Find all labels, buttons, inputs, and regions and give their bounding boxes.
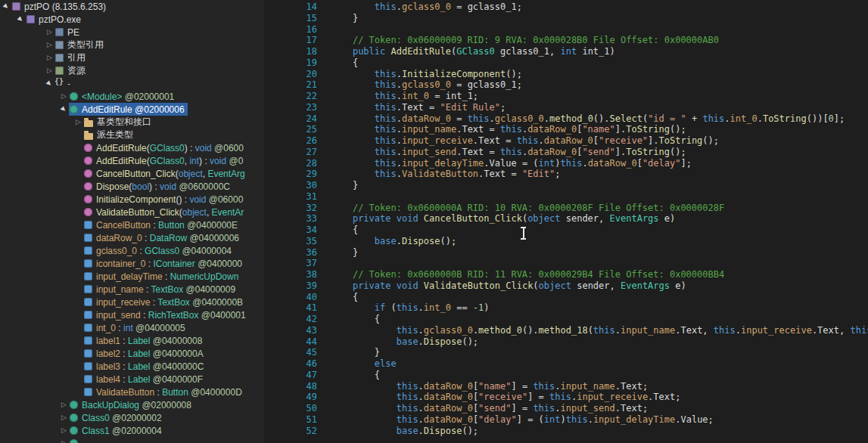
code-line-25[interactable]: 25 this.input_name.Text = this.dataRow_0… (264, 124, 868, 135)
tree-item-validatebutton-click[interactable]: ValidateButton_Click(object, EventAr (0, 206, 264, 218)
code-line-42[interactable]: 42 { (264, 314, 868, 325)
tree-item-label2[interactable]: label2 : Label @0400000A (0, 347, 264, 360)
code-line-18[interactable]: 18 public AddEditRule(GClass0 gclass0_1,… (264, 46, 868, 57)
tree-item-label1[interactable]: label1 : Label @04000008 (0, 334, 264, 347)
tree-item-item[interactable] (0, 437, 264, 443)
code-line-23[interactable]: 23 this.Text = "Edit Rule"; (264, 102, 868, 113)
code-line-50[interactable]: 50 this.dataRow_0["send"] = this.input_s… (264, 403, 868, 414)
line-number: 21 (264, 79, 317, 91)
tree-item-label4[interactable]: label4 : Label @0400000F (0, 373, 264, 386)
tree-item-class1[interactable]: Class1 @02000004 (0, 424, 264, 437)
code-line-48[interactable]: 48 this.dataRow_0["name"] = this.input_n… (264, 381, 868, 392)
tree-item-validatebutton[interactable]: ValidateButton : Button @0400000D (0, 386, 264, 398)
tree-item-initializecomponent[interactable]: InitializeComponent() : void @06000 (0, 193, 264, 206)
line-number: 20 (264, 69, 317, 80)
tree-item-cancelbutton-click[interactable]: CancelButton_Click(object, EventArg (0, 167, 264, 180)
tree-item-pe[interactable]: PE (0, 26, 264, 39)
tree-item-input-name[interactable]: input_name : TextBox @04000009 (0, 283, 264, 296)
tree-item-item[interactable]: - (0, 77, 264, 90)
code-line-24[interactable]: 24 this.dataRow_0 = this.gclass0_0.metho… (264, 113, 868, 125)
tree-item-item[interactable]: 资源 (0, 64, 264, 77)
code-line-28[interactable]: 28 this.input_delayTime.Value = (int)thi… (264, 158, 868, 169)
tree-item-addeditrule[interactable]: AddEditRule @02000006 (0, 103, 264, 116)
tree-item-label3[interactable]: label3 : Label @0400000C (0, 360, 264, 373)
code-line-30[interactable]: 30 } (264, 180, 868, 191)
code-line-35[interactable]: 35 base.Dispose(); (264, 236, 868, 247)
expander-closed-icon[interactable] (59, 437, 69, 443)
tree-item-input-receive[interactable]: input_receive : TextBox @0400000B (0, 296, 264, 308)
method-icon (84, 169, 92, 178)
expander-open-icon[interactable] (2, 0, 11, 13)
tree-item-backupdialog[interactable]: BackUpDialog @02000008 (0, 398, 264, 411)
code-line-43[interactable]: 43 this.gclass0_0.method_0().method_18(t… (264, 325, 868, 336)
code-line-41[interactable]: 41 if (this.int_0 == -1) (264, 302, 868, 314)
code-line-27[interactable]: 27 this.input_send.Text = this.dataRow_0… (264, 147, 868, 158)
code-line-49[interactable]: 49 this.dataRow_0["receive"] = this.inpu… (264, 392, 868, 403)
expander-closed-icon[interactable] (59, 90, 69, 103)
tree-item-input-send[interactable]: input_send : RichTextBox @0400001 (0, 308, 264, 321)
expander-closed-icon[interactable] (45, 51, 54, 64)
expander-open-icon[interactable] (59, 103, 69, 116)
code-line-22[interactable]: 22 this.int_0 = int_1; (264, 91, 868, 102)
expander-closed-icon[interactable] (45, 64, 54, 77)
code-line-46[interactable]: 46 else (264, 358, 868, 370)
code-line-52[interactable]: 52 base.Dispose(); (264, 426, 868, 437)
code-line-19[interactable]: 19 { (264, 57, 868, 69)
field-icon (84, 246, 92, 255)
tree-item-pztpo-exe[interactable]: pztPO.exe (0, 13, 264, 26)
expander-closed-icon[interactable] (59, 424, 69, 437)
code-text: } (317, 247, 358, 258)
code-line-17[interactable]: 17 // Token: 0x06000009 RID: 9 RVA: 0x00… (264, 35, 868, 46)
tree-item-pztpo-8-135-6-253[interactable]: pztPO (8.135.6.253) (0, 0, 264, 13)
code-line-26[interactable]: 26 this.input_receive.Text = this.dataRo… (264, 135, 868, 147)
code-line-47[interactable]: 47 { (264, 370, 868, 381)
tree-item-datarow-0[interactable]: dataRow_0 : DataRow @04000006 (0, 231, 264, 244)
expander-open-icon[interactable] (16, 13, 26, 26)
code-line-20[interactable]: 20 this.InitializeComponent(); (264, 69, 868, 80)
code-line-45[interactable]: 45 } (264, 347, 868, 358)
code-line-34[interactable]: 34 { (264, 225, 868, 236)
expander-closed-icon[interactable] (59, 398, 69, 411)
tree-item-addeditrule[interactable]: AddEditRule(GClass0) : void @0600 (0, 141, 264, 154)
code-line-16[interactable]: 16 (264, 24, 868, 36)
tree-item-item[interactable]: 引用 (0, 51, 264, 64)
code-line-51[interactable]: 51 this.dataRow_0["delay"] = (int)this.i… (264, 414, 868, 426)
pe-icon (55, 28, 64, 36)
code-line-38[interactable]: 38 // Token: 0x0600000B RID: 11 RVA: 0x0… (264, 269, 868, 280)
code-line-40[interactable]: 40 { (264, 292, 868, 303)
line-number: 41 (264, 302, 317, 314)
tree-item-int-0[interactable]: int_0 : int @04000005 (0, 321, 264, 334)
code-line-33[interactable]: 33 private void CancelButton_Click(objec… (264, 213, 868, 225)
expander-closed-icon[interactable] (73, 116, 83, 129)
expander-closed-icon[interactable] (45, 26, 54, 39)
tree-item-module[interactable]: <Module> @02000001 (0, 90, 264, 103)
expander-open-icon[interactable] (45, 77, 54, 90)
tree-item-dispose[interactable]: Dispose(bool) : void @0600000C (0, 180, 264, 193)
tree-item-addeditrule[interactable]: AddEditRule(GClass0, int) : void @0 (0, 154, 264, 167)
tree-item-cancelbutton[interactable]: CancelButton : Button @0400000E (0, 218, 264, 231)
code-line-36[interactable]: 36 } (264, 247, 868, 259)
tree-item-label: 资源 (67, 64, 86, 77)
tree-item-item[interactable]: 派生类型 (0, 129, 264, 141)
tree-item-class0[interactable]: Class0 @02000002 (0, 411, 264, 424)
line-number: 19 (264, 57, 317, 69)
tree-item-gclass0-0[interactable]: gclass0_0 : GClass0 @04000004 (0, 244, 264, 257)
tree-item-icontainer-0[interactable]: icontainer_0 : IContainer @0400000 (0, 257, 264, 270)
expander-closed-icon[interactable] (59, 411, 69, 424)
code-line-29[interactable]: 29 this.ValidateButton.Text = "Edit"; (264, 169, 868, 180)
decompiled-code-editor[interactable]: 14 this.gclass0_0 = gclass0_1;15 }1617 /… (264, 0, 868, 443)
expander-closed-icon[interactable] (45, 39, 54, 51)
code-line-31[interactable]: 31 (264, 191, 868, 203)
code-line-15[interactable]: 15 } (264, 13, 868, 24)
tree-item-label: 类型引用 (67, 39, 104, 51)
code-line-44[interactable]: 44 base.Dispose(); (264, 336, 868, 348)
tree-item-item[interactable]: 基类型和接口 (0, 116, 264, 129)
code-line-37[interactable]: 37 (264, 258, 868, 269)
code-line-39[interactable]: 39 private void ValidateButton_Click(obj… (264, 280, 868, 292)
code-line-32[interactable]: 32 // Token: 0x0600000A RID: 10 RVA: 0x0… (264, 203, 868, 214)
code-line-21[interactable]: 21 this.gclass0_0 = gclass0_1; (264, 79, 868, 91)
tree-item-item[interactable]: 类型引用 (0, 39, 264, 51)
tree-item-input-delaytime[interactable]: input_delayTime : NumericUpDown (0, 270, 264, 283)
code-line-14[interactable]: 14 this.gclass0_0 = gclass0_1; (264, 2, 868, 13)
tree-item-label: label1 : Label @04000008 (96, 336, 202, 346)
